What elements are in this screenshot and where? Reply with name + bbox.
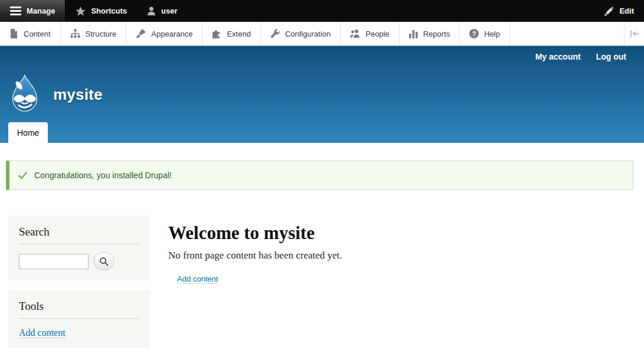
wrench-icon <box>270 29 280 38</box>
toolbar-tab-label: Help <box>484 30 500 38</box>
toolbar-tab-label: People <box>365 30 389 38</box>
admin-bar-item-label: Shortcuts <box>91 6 127 15</box>
toolbar-tray: Content Structure Appearance Extend Conf… <box>0 22 644 46</box>
toolbar-tab-label: Reports <box>423 30 450 38</box>
site-name[interactable]: mysite <box>53 86 103 104</box>
collapse-left-icon[interactable] <box>624 22 644 45</box>
checkmark-icon <box>18 172 27 179</box>
search-input[interactable] <box>19 254 89 269</box>
admin-bar-item-user[interactable]: user <box>137 0 187 22</box>
tools-block: Tools Add content <box>8 290 150 348</box>
admin-bar-item-shortcuts[interactable]: Shortcuts <box>66 0 137 22</box>
search-block: Search <box>8 215 150 280</box>
toolbar-tab-label: Configuration <box>285 30 331 38</box>
magnifier-icon <box>99 257 109 266</box>
toolbar-tab-content[interactable]: Content <box>0 22 61 45</box>
question-icon: ? <box>469 29 479 38</box>
paintbrush-icon <box>136 29 146 38</box>
person-icon <box>147 6 156 16</box>
edit-button-label: Edit <box>619 6 634 15</box>
page-title: Welcome to mysite <box>168 221 342 245</box>
admin-toolbar: Manage Shortcuts user Edit <box>0 0 644 22</box>
my-account-link[interactable]: My account <box>535 52 581 61</box>
admin-bar-spacer <box>188 0 595 22</box>
bar-chart-icon <box>409 29 418 38</box>
star-icon <box>76 6 86 16</box>
toolbar-tab-reports[interactable]: Reports <box>400 22 460 45</box>
drupal-logo[interactable] <box>8 74 42 115</box>
pencil-icon <box>604 6 614 16</box>
sidebar-add-content-link[interactable]: Add content <box>19 328 66 338</box>
sidebar: Search Tools Add content <box>8 215 150 348</box>
toolbar-tab-label: Extend <box>227 30 250 38</box>
people-icon <box>350 29 360 38</box>
admin-bar-item-label: user <box>161 6 177 15</box>
toolbar-tab-people[interactable]: People <box>341 22 399 45</box>
search-submit-button[interactable] <box>93 252 115 270</box>
page-layout: Search Tools Add content Welcome to mysi… <box>0 215 644 348</box>
empty-frontpage-text: No front page content has been created y… <box>168 250 342 261</box>
status-message: Congratulations, you installed Drupal! <box>6 161 633 190</box>
main-content: Welcome to mysite No front page content … <box>168 215 342 348</box>
svg-text:?: ? <box>472 30 476 37</box>
admin-bar-item-label: Manage <box>27 6 55 15</box>
toolbar-tab-label: Structure <box>86 30 117 38</box>
main-add-content-link[interactable]: Add content <box>177 274 218 284</box>
site-header: My account Log out mysite Home <box>0 46 644 143</box>
admin-bar-item-manage[interactable]: Manage <box>0 0 66 22</box>
toolbar-tab-label: Content <box>24 30 51 38</box>
toolbar-tab-structure[interactable]: Structure <box>61 22 127 45</box>
sitemap-icon <box>70 29 80 38</box>
tools-block-title: Tools <box>19 300 139 319</box>
hamburger-icon <box>10 6 21 15</box>
toolbar-tab-label: Appearance <box>151 30 192 38</box>
toolbar-tab-configuration[interactable]: Configuration <box>261 22 341 45</box>
toolbar-tab-extend[interactable]: Extend <box>202 22 260 45</box>
file-icon <box>9 29 18 38</box>
log-out-link[interactable]: Log out <box>596 52 626 61</box>
edit-button[interactable]: Edit <box>594 0 644 22</box>
search-block-title: Search <box>19 225 139 244</box>
toolbar-tray-spacer <box>510 22 624 45</box>
tab-home[interactable]: Home <box>8 122 48 143</box>
toolbar-tab-appearance[interactable]: Appearance <box>126 22 202 45</box>
toolbar-tab-help[interactable]: ? Help <box>460 22 510 45</box>
secondary-menu: My account Log out <box>535 52 626 61</box>
search-form <box>19 252 139 270</box>
puzzle-icon <box>212 29 221 38</box>
site-branding: mysite <box>8 74 103 115</box>
status-message-text: Congratulations, you installed Drupal! <box>34 171 172 180</box>
